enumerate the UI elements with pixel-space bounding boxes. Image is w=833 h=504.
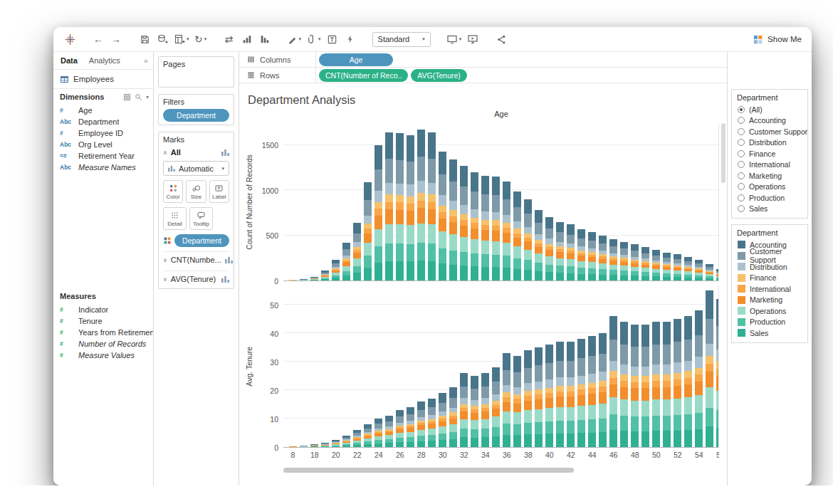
segment-sales[interactable] xyxy=(417,261,425,280)
bar-age-20[interactable] xyxy=(332,440,340,447)
segment-finance[interactable] xyxy=(503,392,510,397)
segment-marketing[interactable] xyxy=(620,387,628,400)
segment-accounting[interactable] xyxy=(513,356,521,372)
segment-operations[interactable] xyxy=(396,224,404,243)
redo-icon[interactable]: → xyxy=(110,32,122,46)
swap-rows-columns-icon[interactable]: ⇄ xyxy=(223,32,236,46)
segment-customer-support[interactable] xyxy=(577,358,585,375)
bar-age-28[interactable] xyxy=(417,130,425,280)
segment-production[interactable] xyxy=(471,429,478,438)
segment-operations[interactable] xyxy=(524,410,532,423)
segment-distribution[interactable] xyxy=(471,400,478,406)
segment-customer-support[interactable] xyxy=(567,361,575,378)
segment-distribution[interactable] xyxy=(439,195,446,206)
segment-sales[interactable] xyxy=(513,435,521,447)
bar-age-29[interactable] xyxy=(428,132,436,280)
marks-pill-department[interactable]: Department xyxy=(174,234,229,247)
segment-international[interactable] xyxy=(577,389,585,395)
segment-accounting[interactable] xyxy=(556,222,564,233)
segment-customer-support[interactable] xyxy=(460,387,468,399)
filter-option-customer-support[interactable]: Customer Support xyxy=(732,126,807,137)
segment-sales[interactable] xyxy=(471,266,478,280)
segment-finance[interactable] xyxy=(556,386,564,391)
segment-marketing[interactable] xyxy=(535,247,543,254)
segment-customer-support[interactable] xyxy=(439,403,446,411)
segment-accounting[interactable] xyxy=(503,182,510,199)
radio-selected-icon[interactable] xyxy=(738,106,745,113)
segment-finance[interactable] xyxy=(706,356,713,364)
segment-operations[interactable] xyxy=(481,419,489,429)
segment-production[interactable] xyxy=(641,416,649,431)
segment-accounting[interactable] xyxy=(535,347,543,365)
segment-operations[interactable] xyxy=(556,407,564,421)
segment-customer-support[interactable] xyxy=(535,223,543,234)
segment-finance[interactable] xyxy=(545,388,553,393)
view-data-grid-icon[interactable] xyxy=(123,93,131,101)
segment-sales[interactable] xyxy=(599,432,607,447)
chart-count-of-records[interactable]: Count of Number of Records050010001500 xyxy=(243,123,719,281)
segment-distribution[interactable] xyxy=(481,211,489,220)
segment-marketing[interactable] xyxy=(716,376,719,391)
segment-distribution[interactable] xyxy=(545,238,553,243)
segment-sales[interactable] xyxy=(439,440,446,447)
segment-operations[interactable] xyxy=(663,399,671,416)
segment-sales[interactable] xyxy=(706,278,713,280)
segment-customer-support[interactable] xyxy=(396,416,404,422)
segment-customer-support[interactable] xyxy=(545,229,553,238)
legend-item-sales[interactable]: Sales xyxy=(732,327,807,339)
bar-age-44[interactable] xyxy=(588,232,596,280)
legend-item-production[interactable]: Production xyxy=(732,317,807,328)
horizontal-scrollbar[interactable] xyxy=(283,468,574,473)
highlight-pen-icon[interactable]: ▾ xyxy=(287,32,302,46)
segment-production[interactable] xyxy=(428,435,436,441)
new-worksheet-icon[interactable]: ▾ xyxy=(174,32,189,46)
sort-descending-icon[interactable] xyxy=(258,32,271,46)
segment-customer-support[interactable] xyxy=(385,159,393,182)
sort-ascending-icon[interactable] xyxy=(241,32,253,46)
segment-sales[interactable] xyxy=(663,431,671,447)
segment-sales[interactable] xyxy=(695,429,703,447)
segment-sales[interactable] xyxy=(374,443,382,447)
bar-age-45[interactable] xyxy=(599,236,607,280)
segment-sales[interactable] xyxy=(599,275,607,280)
field-measure-values[interactable]: #Measure Values xyxy=(53,350,153,361)
segment-sales[interactable] xyxy=(332,278,340,280)
segment-operations[interactable] xyxy=(492,416,500,427)
segment-sales[interactable] xyxy=(663,277,671,280)
segment-marketing[interactable] xyxy=(577,256,585,261)
segment-operations[interactable] xyxy=(577,261,585,268)
segment-customer-support[interactable] xyxy=(524,368,532,384)
segment-international[interactable] xyxy=(663,381,671,387)
segment-customer-support[interactable] xyxy=(716,326,719,350)
bar-age-42[interactable] xyxy=(567,342,575,447)
bar-age-18[interactable] xyxy=(310,444,318,447)
segment-distribution[interactable] xyxy=(609,361,617,372)
segment-production[interactable] xyxy=(503,424,510,435)
segment-customer-support[interactable] xyxy=(439,174,446,195)
segment-production[interactable] xyxy=(620,416,628,431)
segment-international[interactable] xyxy=(396,202,404,209)
segment-sales[interactable] xyxy=(428,441,436,447)
segment-distribution[interactable] xyxy=(364,216,372,224)
segment-marketing[interactable] xyxy=(492,409,500,416)
segment-operations[interactable] xyxy=(620,266,628,271)
segment-international[interactable] xyxy=(706,364,713,372)
segment-marketing[interactable] xyxy=(641,388,649,400)
segment-production[interactable] xyxy=(460,429,468,437)
segment-distribution[interactable] xyxy=(706,344,713,357)
segment-accounting[interactable] xyxy=(460,166,468,187)
segment-marketing[interactable] xyxy=(535,399,543,409)
segment-operations[interactable] xyxy=(577,406,585,420)
segment-accounting[interactable] xyxy=(674,319,681,342)
segment-customer-support[interactable] xyxy=(492,382,500,394)
segment-customer-support[interactable] xyxy=(449,182,457,201)
collapse-down-icon[interactable]: ∨ xyxy=(163,257,167,263)
segment-accounting[interactable] xyxy=(620,242,628,249)
segment-production[interactable] xyxy=(599,269,607,275)
segment-customer-support[interactable] xyxy=(684,340,692,360)
segment-distribution[interactable] xyxy=(684,361,692,372)
segment-finance[interactable] xyxy=(524,391,532,396)
bar-age-49[interactable] xyxy=(641,325,649,447)
segment-accounting[interactable] xyxy=(706,290,713,319)
segment-accounting[interactable] xyxy=(599,333,607,354)
